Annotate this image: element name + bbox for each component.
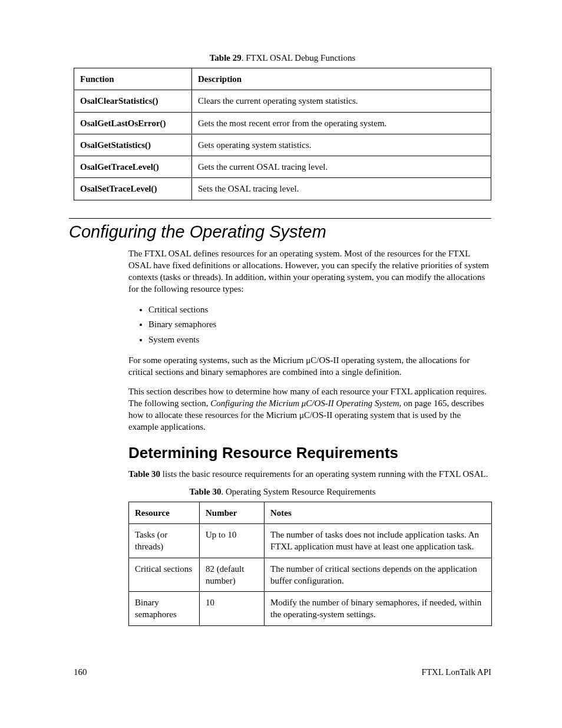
table29-header-row: Function Description [74,68,491,90]
bullet-item: System events [148,332,491,348]
table29-r1-fn: OsalGetLastOsError() [74,112,192,134]
bullet-item: Crtitical sections [148,302,491,318]
table29: Function Description OsalClearStatistics… [74,68,491,200]
table29-r2-fn: OsalGetStatistics() [74,134,192,156]
table29-r3-desc: Gets the current OSAL tracing level. [192,156,491,178]
table29-r4-fn: OsalSetTraceLevel() [74,178,192,200]
table30-h1: Number [200,502,265,523]
table30-r2-num: 10 [200,592,265,626]
table29-r2-desc: Gets operating system statistics. [192,134,491,156]
table29-caption: Table 29. FTXL OSAL Debug Functions [74,53,491,63]
page-content: Table 29. FTXL OSAL Debug Functions Func… [0,53,562,707]
table29-h0: Function [74,68,192,90]
table30-r0-res: Tasks (or threads) [129,524,200,558]
table30: Resource Number Notes Tasks (or threads)… [128,502,492,626]
table-row: Binary semaphores 10 Modify the number o… [129,592,492,626]
section-body: The FTXL OSAL defines resources for an o… [128,248,491,480]
table30-r2-res: Binary semaphores [129,592,200,626]
para1: The FTXL OSAL defines resources for an o… [128,248,491,295]
table30-caption-bold: Table 30 [189,487,221,496]
table30-h2: Notes [265,502,492,523]
table29-r1-desc: Gets the most recent error from the oper… [192,112,491,134]
para4-bold: Table 30 [128,469,160,479]
table29-r0-desc: Clears the current operating system stat… [192,90,491,112]
table-row: OsalGetLastOsError() Gets the most recen… [74,112,491,134]
table-row: OsalGetStatistics() Gets operating syste… [74,134,491,156]
para4: Table 30 lists the basic resource requir… [128,468,491,480]
para3-italic: Configuring the Micrium μC/OS-II Operati… [210,398,401,408]
section-heading: Configuring the Operating System [69,218,491,242]
table30-r1-notes: The number of critical sections depends … [265,558,492,592]
table30-header-row: Resource Number Notes [129,502,492,523]
page-number: 160 [74,667,87,677]
table-row: Tasks (or threads) Up to 10 The number o… [129,524,492,558]
table-row: OsalGetTraceLevel() Gets the current OSA… [74,156,491,178]
table29-h1: Description [192,68,491,90]
table-row: OsalSetTraceLevel() Sets the OSAL tracin… [74,178,491,200]
table30-caption-rest: . Operating System Resource Requirements [222,487,376,496]
subsection-heading: Determining Resource Requirements [128,444,491,462]
table30-r1-res: Critical sections [129,558,200,592]
table30-r0-notes: The number of tasks does not include app… [265,524,492,558]
table29-r0-fn: OsalClearStatistics() [74,90,192,112]
table30-r1-num: 82 (default number) [200,558,265,592]
table-row: OsalClearStatistics() Clears the current… [74,90,491,112]
para2: For some operating systems, such as the … [128,354,491,378]
table30-r0-num: Up to 10 [200,524,265,558]
bullet-list: Crtitical sections Binary semaphores Sys… [148,302,491,348]
table-row: Critical sections 82 (default number) Th… [129,558,492,592]
table29-caption-rest: . FTXL OSAL Debug Functions [242,53,355,62]
table29-caption-bold: Table 29 [210,53,242,62]
bullet-item: Binary semaphores [148,317,491,332]
para3: This section describes how to determine … [128,386,491,433]
table29-r3-fn: OsalGetTraceLevel() [74,156,192,178]
page-footer: 160 FTXL LonTalk API [74,644,491,677]
footer-title: FTXL LonTalk API [422,667,491,677]
table30-r2-notes: Modify the number of binary semaphores, … [265,592,492,626]
para4-rest: lists the basic resource requirements fo… [160,469,488,479]
table30-caption: Table 30. Operating System Resource Requ… [74,487,491,497]
table30-h0: Resource [129,502,200,523]
table29-r4-desc: Sets the OSAL tracing level. [192,178,491,200]
